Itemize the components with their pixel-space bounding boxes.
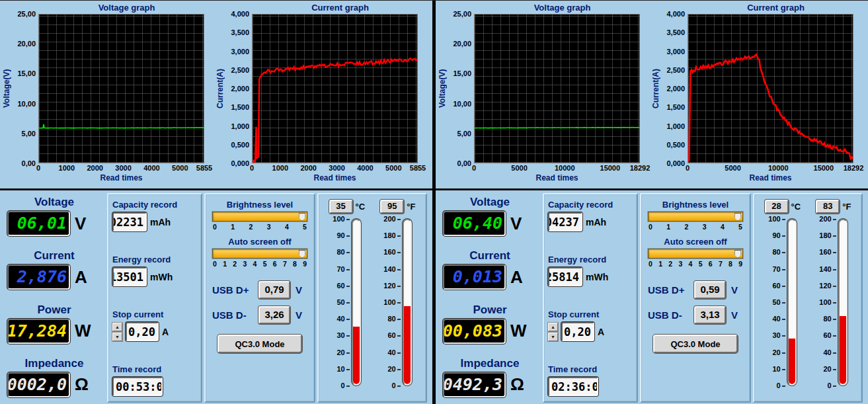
thermometer-tick-label: 180 (383, 231, 400, 239)
current-unit: A (75, 267, 87, 288)
voltage-unit: V (75, 214, 86, 234)
thermometer-tick-label: 200 (819, 215, 836, 223)
slider-tick-label: 3 (678, 260, 682, 268)
current-trace (688, 15, 853, 163)
brightness-slider[interactable]: 012345 (211, 212, 309, 231)
slider-tick-label: 2 (684, 223, 688, 231)
slider-track[interactable] (648, 212, 743, 222)
mercury-fill (789, 339, 795, 384)
x-tick-label: 5000 (385, 164, 401, 172)
y-tick-label: 25,00 (453, 10, 471, 18)
stop-current-label: Stop current (548, 309, 633, 319)
y-tick-label: 15,00 (17, 69, 36, 77)
voltage-label: Voltage (3, 196, 105, 209)
thermometer-tube (787, 219, 797, 385)
x-tick-label: 15000 (814, 164, 834, 172)
auto-screen-off-slider[interactable]: 0123456789 (647, 249, 744, 268)
voltage-y-axis-ticks: 25,0020,0015,0010,005,000,00 (12, 10, 38, 167)
y-tick-label: 10,00 (17, 100, 36, 108)
y-tick-label: 2,000 (231, 85, 249, 93)
x-tick-label: 4000 (143, 164, 159, 172)
celsius-thermometer: 1009080706050403020100 (333, 219, 360, 397)
slider-tick-label: 1 (223, 260, 227, 268)
thermometer-tick-label: 0 (777, 382, 785, 389)
slider-track[interactable] (648, 249, 743, 259)
impedance-unit: Ω (75, 374, 89, 395)
usb-dplus-unit: V (731, 284, 738, 296)
current-graph: Current graph Current(A) 4,0003,5003,000… (215, 3, 428, 188)
x-tick-label: 5000 (511, 164, 527, 172)
decrement-icon[interactable]: ▼ (112, 333, 122, 341)
time-record-label: Time record (548, 364, 633, 374)
celsius-unit: °C (356, 202, 366, 212)
energy-record-label: Energy record (548, 255, 633, 264)
slider-pointer-icon[interactable] (734, 213, 742, 221)
slider-tick-label: 0 (649, 223, 652, 231)
voltage-x-axis-label: Read times (38, 173, 204, 184)
y-tick-label: 0,000 (666, 159, 685, 167)
y-tick-label: 0,00 (457, 159, 471, 167)
brightness-slider[interactable]: 012345 (647, 212, 744, 231)
stop-current-spinner[interactable]: ▲ ▼ (548, 323, 558, 341)
current-x-axis-label: Read times (688, 173, 853, 184)
energy-unit: mWh (150, 272, 173, 282)
increment-icon[interactable]: ▲ (548, 323, 558, 331)
energy-unit: mWh (586, 272, 608, 282)
slider-tick-labels: 012345 (211, 222, 309, 231)
increment-icon[interactable]: ▲ (112, 323, 122, 331)
thermometer-tick-label: 0 (828, 382, 836, 389)
y-tick-label: 3,000 (231, 48, 249, 56)
stop-current-input[interactable]: 0,20 (561, 322, 594, 341)
fahrenheit-thermometer: 200180160140120100806040200 (383, 219, 411, 397)
brightness-label: Brightness level (647, 200, 744, 210)
graphs-section: Voltage graph Voltage(V) 25,0020,0015,00… (0, 1, 432, 190)
slider-tick-label: 4 (253, 260, 257, 268)
readout-column: Voltage 06,01 V Current 2,876 A Power (2, 193, 105, 403)
thermometer-tick-label: 40 (823, 348, 836, 356)
mercury-fill (404, 306, 411, 384)
slider-pointer-icon[interactable] (299, 213, 306, 221)
thermometer-tick-label: 10 (772, 365, 785, 373)
thermometer-tick-label: 20 (823, 365, 836, 373)
current-trace (253, 15, 417, 163)
thermometer-tick-label: 140 (383, 265, 400, 273)
mercury-fill (353, 327, 360, 384)
stop-current-spinner[interactable]: ▲ ▼ (112, 323, 122, 341)
energy-record-label: Energy record (112, 255, 197, 264)
thermometer-tick-label: 20 (387, 365, 400, 373)
right-panel-slot: Voltage graph Voltage(V) 25,0020,0015,00… (436, 1, 868, 404)
x-tick-label: 5855 (410, 164, 426, 172)
celsius-unit: °C (791, 202, 801, 212)
slider-pointer-icon[interactable] (299, 250, 306, 258)
slider-tick-label: 6 (273, 260, 277, 268)
auto-screen-off-slider[interactable]: 0123456789 (211, 249, 309, 268)
capacity-record-label: Capacity record (548, 200, 633, 210)
x-tick-label: 0 (472, 164, 476, 172)
qc-mode-button[interactable]: QC3.0 Mode (217, 335, 302, 353)
slider-track[interactable] (212, 212, 307, 222)
slider-tick-label: 9 (303, 260, 307, 268)
y-tick-label: 5,00 (22, 130, 36, 138)
energy-value: 25814 (548, 267, 582, 286)
auto-screen-off-label: Auto screen off (647, 237, 744, 247)
decrement-icon[interactable]: ▼ (548, 333, 558, 341)
thermometer-tick-label: 0 (341, 382, 350, 389)
y-tick-label: 3,500 (231, 28, 249, 36)
y-tick-label: 0,500 (231, 141, 249, 149)
qc-mode-button[interactable]: QC3.0 Mode (653, 335, 738, 353)
thermometer-tick-label: 30 (336, 331, 349, 339)
stop-current-input[interactable]: 0,20 (126, 322, 159, 341)
voltage-y-axis-label: Voltage(V) (437, 14, 448, 163)
voltage-plot-area (474, 14, 640, 163)
thermometer-tick-label: 160 (819, 248, 836, 256)
impedance-label: Impedance (3, 357, 105, 370)
slider-pointer-icon[interactable] (734, 250, 742, 258)
impedance-readout: 0002,0 (7, 372, 70, 397)
records-group: Capacity record 02231 mAh Energy record … (107, 193, 202, 403)
voltage-trace (39, 15, 204, 163)
slider-track[interactable] (212, 249, 307, 259)
thermometer-tick-label: 40 (336, 315, 349, 323)
slider-tick-label: 0 (213, 260, 217, 268)
current-plot-area (688, 14, 853, 163)
thermometer-scale: 200180160140120100806040200 (819, 215, 836, 389)
